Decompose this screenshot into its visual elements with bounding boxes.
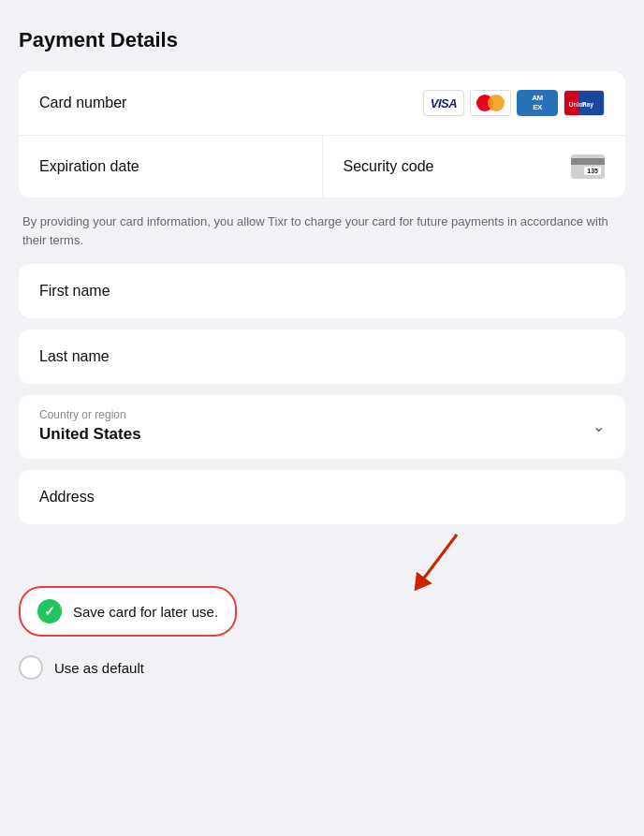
- visa-icon: VISA: [423, 90, 464, 116]
- first-name-label: First name: [39, 283, 110, 299]
- split-row: Expiration date Security code 135: [19, 136, 625, 198]
- use-default-row[interactable]: Use as default: [19, 652, 625, 683]
- first-name-field[interactable]: First name: [19, 264, 625, 318]
- country-sublabel: Country or region: [39, 408, 141, 421]
- chevron-down-icon: ⌄: [593, 418, 605, 435]
- address-label: Address: [39, 489, 95, 505]
- country-field[interactable]: Country or region United States ⌄: [19, 395, 625, 459]
- security-row[interactable]: Security code 135: [323, 136, 626, 198]
- amex-icon: AM EX: [517, 90, 558, 116]
- security-code-icon: 135: [571, 154, 605, 179]
- card-number-label: Card number: [39, 95, 423, 111]
- card-panel: Card number VISA AM EX: [19, 71, 625, 198]
- country-value: United States: [39, 425, 141, 444]
- payment-details-container: Payment Details Card number VISA AM EX: [19, 28, 625, 808]
- use-default-label: Use as default: [54, 660, 144, 676]
- cvv-number: 135: [584, 167, 601, 175]
- last-name-field[interactable]: Last name: [19, 330, 625, 384]
- cvv-card-image: 135: [571, 154, 605, 179]
- expiration-row[interactable]: Expiration date: [19, 136, 323, 198]
- mastercard-icon: [470, 90, 511, 116]
- security-label: Security code: [344, 158, 572, 175]
- page-title: Payment Details: [19, 28, 625, 52]
- red-arrow-icon: [401, 530, 476, 595]
- svg-line-5: [419, 535, 457, 584]
- cvv-card-strip: [571, 158, 605, 165]
- disclaimer-text: By providing your card information, you …: [19, 213, 625, 249]
- unionpay-icon: Union Pay: [564, 90, 605, 116]
- use-default-checkbox[interactable]: [19, 655, 43, 680]
- svg-text:Pay: Pay: [582, 101, 593, 109]
- expiration-label: Expiration date: [39, 158, 301, 175]
- save-card-checkbox[interactable]: [37, 599, 62, 623]
- save-card-label: Save card for later use.: [73, 604, 218, 620]
- address-field[interactable]: Address: [19, 470, 625, 524]
- card-icons: VISA AM EX Union: [423, 90, 605, 116]
- arrow-container: [19, 539, 625, 595]
- last-name-label: Last name: [39, 348, 110, 364]
- mc-right: [488, 95, 505, 111]
- card-number-row[interactable]: Card number VISA AM EX: [19, 71, 625, 136]
- country-inner: Country or region United States: [39, 408, 141, 444]
